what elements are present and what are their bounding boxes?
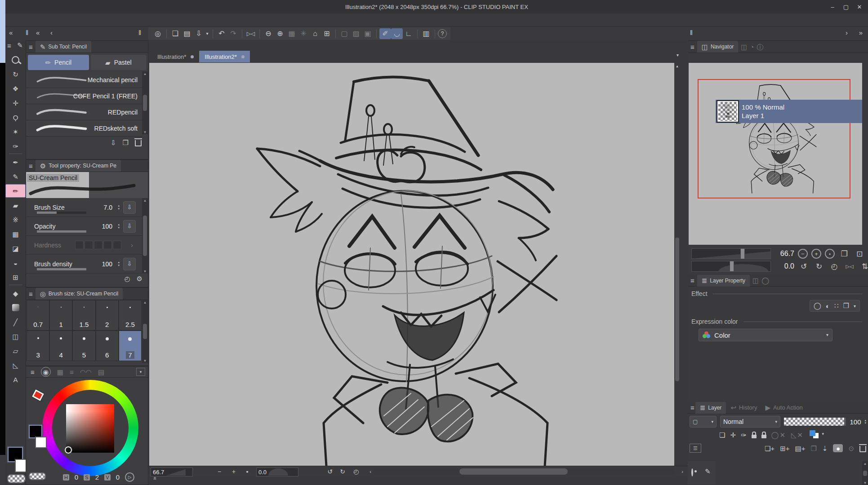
tool-blend[interactable]: ◒ [5,256,26,269]
rotation-value[interactable]: 0.0 [257,469,268,476]
history-tab[interactable]: ↩ History [727,402,761,414]
save-icon[interactable]: ⇩ [193,28,205,39]
tab-overflow-icon[interactable]: ▾ [136,368,145,376]
nav-zoom-slider[interactable] [691,248,771,259]
expression-color-dropdown[interactable]: Color ▾ [699,329,832,341]
draft-layer-icon[interactable]: ✑ [741,432,747,438]
hue-marker[interactable] [32,389,44,401]
size-2.5[interactable]: 2.5 [119,300,142,331]
scroll-thumb[interactable] [143,216,147,256]
ruler-disable-combo[interactable]: ◺✕ [791,432,804,438]
fit-screen-icon[interactable]: ▦ [286,28,298,39]
maximize-button[interactable]: ▢ [839,0,853,13]
spinner[interactable]: ▴▾ [118,223,120,229]
tone-effect-icon[interactable]: ◐ [826,302,830,310]
size-1[interactable]: 1 [49,300,72,331]
slider-handle[interactable] [740,248,745,259]
param-brush-density[interactable]: Brush density 100 ▴▾ ⇩ [26,255,142,273]
palette-color-combo[interactable]: ▢ ▾ [690,416,717,428]
subtool-tab[interactable]: ✎ Sub Tool: Pencil [36,41,91,53]
deselect-icon[interactable]: ▨ [350,28,362,39]
new-canvas-icon[interactable]: ❏ [169,28,181,39]
scroll-up-icon[interactable]: ▴ [144,198,146,203]
transform-icon[interactable]: ⊞ [321,28,333,39]
toolprop-scrollbar[interactable]: ▴ ▾ [142,198,148,273]
wrench-icon[interactable]: ⚙ [137,275,142,282]
layer-property-tab[interactable]: ≣ Layer Property [697,275,750,287]
spinner[interactable]: ▴▾ [118,204,120,210]
new-vector-layer-icon[interactable]: ⊞+ [780,445,789,452]
tool-liquify[interactable]: ⊞ [5,270,26,284]
expand-bottom-icon[interactable]: » [151,477,157,480]
doc-tab-list-icon[interactable]: ▾ [677,53,679,57]
spin-down-icon[interactable]: ▾ [864,422,866,424]
size-3[interactable]: 3 [27,331,49,361]
hardness-expand-icon[interactable]: › [131,242,133,248]
scroll-down-icon[interactable]: ▾ [864,481,866,485]
tool-brush[interactable]: ▰ [5,198,26,212]
layer-color-effect-icon[interactable]: ❐ [843,302,849,310]
subview-tab-icon[interactable]: ◫ [741,44,747,50]
nav-fit-icon[interactable]: ❐ [838,248,850,260]
tool-eraser[interactable]: ◪ [5,242,26,255]
layer-tab[interactable]: ≣ Layer [695,402,726,414]
transparent-color-swatch[interactable] [29,472,46,480]
scroll-thumb[interactable] [863,471,867,476]
tool-decoration[interactable]: ▦ [5,227,26,241]
tool-text[interactable]: A [5,373,26,386]
dock-collapse-icon[interactable]: « [9,29,13,36]
import-subtool-icon[interactable]: ⇩ [111,139,116,146]
apply-mask-icon[interactable]: ⊙ [848,445,854,452]
create-mask-icon[interactable]: ● [833,444,843,452]
scroll-right-icon[interactable]: › [677,467,688,476]
tool-fill[interactable]: ◆ [5,287,26,300]
reference-layer-icon[interactable]: ✛ [730,432,736,438]
undo-icon[interactable]: ↶ [216,28,227,39]
param-value[interactable]: 100 [102,260,112,268]
dynamics-button[interactable]: ⇩ [123,220,136,233]
color-history-tab-icon[interactable]: ▤ [98,369,104,375]
opacity-handle[interactable] [844,418,846,426]
tool-eyedropper[interactable]: ✑ [5,139,26,153]
nav-actual-size-icon[interactable]: ▪ [825,249,835,259]
new-raster-layer-icon[interactable]: ❏+ [765,445,775,452]
layer-list-scrollbar[interactable]: ▴ ▾ [862,461,868,485]
layer-list-options-icon[interactable]: ☰ [690,444,701,453]
property-tab3-icon[interactable]: ◯ [761,277,769,284]
scroll-thumb[interactable] [143,95,147,111]
duplicate-subtool-icon[interactable]: ❐ [123,139,129,146]
border-effect-icon[interactable]: ◯ [814,302,821,310]
hardness-segment[interactable] [103,241,112,249]
merge-down-icon[interactable]: ⇣ [822,445,828,452]
auto-action-tab[interactable]: ▶ Auto Action [761,402,806,414]
doc-tab-illustration[interactable]: Illustration* [152,51,199,62]
open-file-icon[interactable]: ▤ [181,28,193,39]
slider-handle[interactable] [730,261,734,272]
nav-flip-h-icon[interactable]: ▷◁ [844,260,855,272]
panel-menu-icon[interactable]: ≡ [29,44,33,50]
spin-down-icon[interactable]: ▾ [118,207,120,210]
hardness-segments[interactable] [75,241,122,249]
transparent-color-swatch[interactable] [7,474,26,483]
scroll-up-icon[interactable]: ▴ [144,71,146,76]
nav-zoom-in-icon[interactable]: + [811,249,821,259]
rotate-cw-button[interactable]: ↻ [337,467,348,476]
effect-more-icon[interactable]: ▾ [854,304,856,309]
panel-menu-icon[interactable]: ≡ [690,277,694,284]
rotate-ccw-button[interactable]: ↺ [325,467,335,476]
canvas-hscrollbar[interactable] [373,468,674,475]
panel-menu-icon[interactable]: ≡ [690,44,694,50]
param-track[interactable] [37,268,86,270]
tool-marker[interactable]: ✎ [5,170,26,183]
param-track[interactable] [37,230,86,233]
layer-visibility-eye-icon[interactable] [691,468,693,476]
color-mixing-tab-icon[interactable]: ◠◠ [80,369,92,375]
brush-item[interactable]: Mechanical pencil [26,72,142,88]
reset-display-icon[interactable]: ✳ [298,28,309,39]
sv-square[interactable] [66,404,114,453]
scroll-down-icon[interactable]: ▾ [144,269,146,273]
property-tab2-icon[interactable]: ◫ [752,277,759,284]
material-icon[interactable]: ▥ [420,28,432,39]
scroll-up-icon[interactable]: ▴ [676,63,678,69]
layer-palette-color-swatch[interactable]: ▾ [809,430,822,439]
